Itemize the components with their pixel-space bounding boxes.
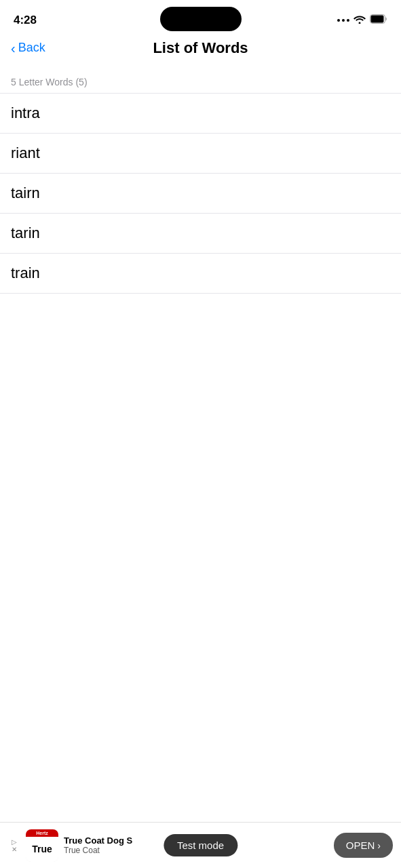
open-button-label: OPEN [346,840,375,851]
open-arrow-icon: › [377,840,381,851]
ad-icon: Hertz True [26,829,58,862]
battery-icon [370,14,387,26]
nav-bar: ‹ Back List of Words [0,38,401,63]
signal-icon [337,19,349,22]
test-mode-badge: Test mode [164,840,237,852]
list-item[interactable]: tairn [0,174,401,214]
ad-subtitle: True Coat [64,846,132,855]
back-chevron-icon: ‹ [11,41,16,55]
list-item[interactable]: riant [0,134,401,174]
back-button[interactable]: ‹ Back [11,41,45,55]
ad-text: True Coat Dog S True Coat [64,835,132,855]
open-button[interactable]: OPEN › [334,833,393,858]
word-text: intra [11,104,40,121]
ad-banner: ▷ ✕ Hertz True True Coat Dog S True Coat… [0,822,401,868]
play-icon: ▷ [12,838,17,846]
word-text: riant [11,144,40,161]
status-time: 4:28 [14,14,54,27]
section-header: 5 Letter Words (5) [0,63,401,94]
wifi-icon [354,14,366,26]
ad-icon-text: True [32,844,52,854]
ad-title: True Coat Dog S [64,835,132,846]
test-mode-label: Test mode [164,834,237,856]
ad-brand-label: Hertz [26,829,58,837]
status-bar: 4:28 [0,0,401,38]
status-icons [337,14,387,26]
word-text: tarin [11,224,40,241]
word-text: train [11,264,40,281]
list-item[interactable]: train [0,254,401,294]
word-list: intra riant tairn tarin train [0,94,401,294]
dynamic-island [160,7,242,31]
svg-rect-1 [371,16,384,23]
ad-close-button[interactable]: ▷ ✕ [8,840,20,852]
page-title: List of Words [153,39,248,57]
back-label: Back [18,41,45,55]
word-text: tairn [11,184,40,201]
ad-icon-bottom: True [26,837,58,862]
close-icon: ✕ [12,846,17,853]
ad-left: ▷ ✕ Hertz True True Coat Dog S True Coat [8,829,132,862]
list-item[interactable]: intra [0,94,401,134]
list-item[interactable]: tarin [0,214,401,254]
